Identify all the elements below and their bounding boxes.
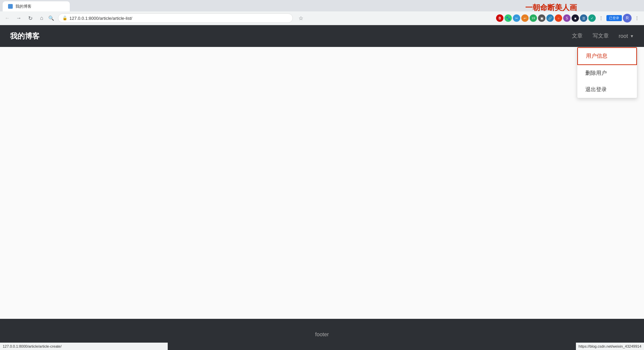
write-article-link[interactable]: 写文章 [593, 33, 609, 40]
signin-indicator[interactable]: 已登录 [606, 15, 622, 21]
ext-icon-5[interactable]: 19 [530, 14, 537, 22]
browser-tab-active[interactable]: 我的博客 [3, 1, 70, 11]
address-text: 127.0.0.1:8000/article/article-list/ [69, 16, 132, 21]
ext-icon-9[interactable]: S [563, 14, 571, 22]
dropdown-delete-user[interactable]: 删除用户 [577, 65, 637, 81]
dropdown-logout[interactable]: 退出登录 [577, 81, 637, 98]
tab-favicon [8, 4, 13, 9]
ext-icon-12[interactable]: ✓ [588, 14, 596, 22]
status-url-right: https://blog.csdn.net/weixin_43249914 [579, 344, 641, 348]
tab-title: 我的博客 [15, 4, 64, 9]
browser-chrome: 我的博客 ← → ↻ ⌂ 🔍 🔓 127.0.0.1:8000/article/… [0, 0, 644, 25]
ext-icon-6[interactable]: ▣ [538, 14, 545, 22]
app-wrapper: 我的博客 文章 写文章 root ▼ 用户信息 删除用户 退出登录 footer [0, 25, 644, 350]
browser-status-bar-left: 127.0.0.1:8000/article/article-create/ [0, 343, 168, 350]
ext-icon-3[interactable]: ✂ [513, 14, 520, 22]
dropdown-user-info[interactable]: 用户信息 [577, 47, 637, 65]
chrome-menu-button[interactable]: ⋮ [633, 14, 641, 22]
ext-icon-7[interactable]: 🔗 [546, 14, 554, 22]
footer-text: footer [315, 332, 329, 338]
extensions-expand-button[interactable]: ⋮ [597, 14, 605, 22]
ext-icon-2[interactable]: 🐾 [504, 14, 512, 22]
browser-tabs: 我的博客 [0, 0, 644, 11]
articles-link[interactable]: 文章 [572, 33, 583, 40]
reload-button[interactable]: ↻ [25, 13, 35, 23]
browser-toolbar: ← → ↻ ⌂ 🔍 🔓 127.0.0.1:8000/article/artic… [0, 11, 644, 25]
back-button[interactable]: ← [3, 13, 12, 23]
caret-down-icon: ▼ [630, 34, 634, 39]
home-button[interactable]: ⌂ [37, 13, 46, 23]
user-menu-trigger[interactable]: root ▼ [619, 33, 634, 39]
ext-icon-10[interactable]: ■ [572, 14, 579, 22]
browser-status-bar-right: https://blog.csdn.net/weixin_43249914 [576, 343, 644, 350]
main-content [0, 47, 644, 319]
ext-icon-1[interactable]: B [496, 14, 503, 22]
bookmark-button[interactable]: ☆ [296, 13, 306, 23]
forward-button[interactable]: → [14, 13, 23, 23]
ext-icon-11[interactable]: ☰ [580, 14, 587, 22]
profile-avatar[interactable]: R [623, 14, 632, 22]
address-bar[interactable]: 🔓 127.0.0.1:8000/article/article-list/ [58, 13, 293, 23]
navbar-links: 文章 写文章 root ▼ [572, 33, 634, 40]
ext-icon-4[interactable]: ↩ [521, 14, 529, 22]
address-lock-icon: 🔓 [62, 16, 67, 20]
browser-extensions: B 🐾 ✂ ↩ 19 ▣ 🔗 ○ S ■ ☰ ✓ 一朝命断美人画 ⋮ 已登录 R… [496, 14, 641, 22]
search-icon: 🔍 [48, 15, 54, 21]
ext-icon-8[interactable]: ○ [555, 14, 562, 22]
username-label: root [619, 33, 628, 39]
navbar: 我的博客 文章 写文章 root ▼ 用户信息 删除用户 退出登录 [0, 25, 644, 47]
dropdown-menu: 用户信息 删除用户 退出登录 [577, 47, 637, 98]
status-url-left: 127.0.0.1:8000/article/article-create/ [3, 344, 62, 348]
navbar-brand[interactable]: 我的博客 [10, 31, 40, 41]
